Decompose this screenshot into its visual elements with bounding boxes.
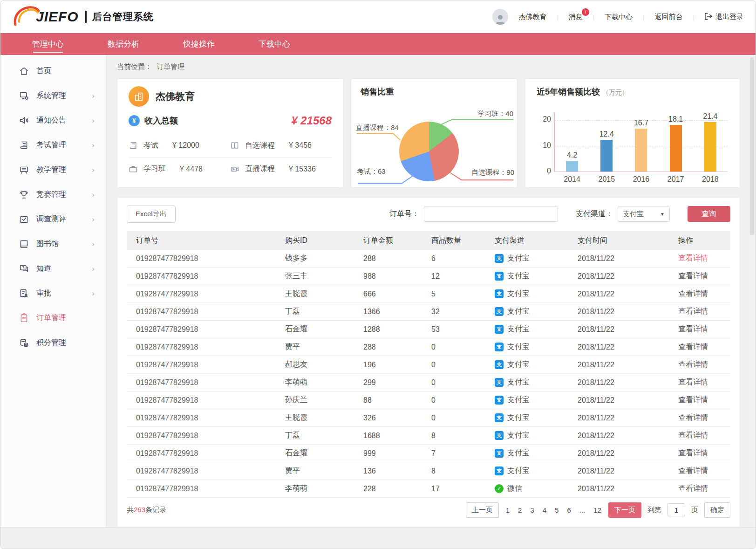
sidebar-item-notice[interactable]: 通知公告 › — [0, 108, 106, 133]
income-item-live: 直播课程 ¥ 15336 — [230, 164, 332, 174]
table-row: 019287477829918丁磊16888支支付宝2018/11/22查看详情 — [127, 427, 730, 445]
sidebar: 首页 系统管理 › 通知公告 › 考试管理 › 教学管理 › — [0, 55, 106, 527]
pay-channel-select[interactable]: 支付宝 ▼ — [618, 206, 670, 222]
bar-category-label: 2016 — [633, 175, 650, 184]
pie-chart — [399, 122, 459, 181]
cell-pay-time: 2018/11/22 — [578, 254, 678, 263]
user-avatar[interactable] — [492, 9, 508, 25]
view-details-link[interactable]: 查看详情 — [678, 325, 708, 333]
video-camera-icon — [230, 165, 239, 174]
cell-action: 查看详情 — [678, 395, 721, 405]
bar-group: 18.12017 — [663, 112, 689, 172]
cell-amount: 326 — [363, 414, 431, 422]
exam-icon — [129, 141, 138, 150]
logout-link[interactable]: 退出登录 — [705, 13, 743, 21]
chevron-right-icon: › — [92, 165, 95, 175]
view-details-link[interactable]: 查看详情 — [678, 378, 708, 386]
goto-page-input[interactable] — [667, 503, 685, 516]
view-details-link[interactable]: 查看详情 — [678, 396, 708, 404]
cell-buyer-id: 李萌萌 — [285, 484, 363, 494]
tab-quick-actions[interactable]: 快捷操作 — [183, 33, 215, 55]
sidebar-item-system[interactable]: 系统管理 › — [0, 83, 106, 108]
confirm-button[interactable]: 确定 — [704, 502, 730, 518]
cell-action: 查看详情 — [678, 271, 721, 281]
cell-action: 查看详情 — [678, 466, 721, 476]
cell-pay-time: 2018/11/22 — [578, 449, 678, 458]
alipay-icon: 支 — [495, 343, 504, 351]
excel-export-button[interactable]: Excel导出 — [127, 206, 176, 223]
tab-data-analysis[interactable]: 数据分析 — [108, 33, 139, 55]
search-button[interactable]: 查询 — [688, 206, 730, 222]
download-center-link[interactable]: 下载中心 — [605, 13, 633, 21]
alipay-icon: 支 — [495, 307, 504, 316]
logo-text: JIEFO — [36, 9, 79, 25]
sidebar-item-points[interactable]: 积分管理 — [0, 330, 106, 355]
header-actions: 杰佛教育 | 消息 7 | 下载中心 | 返回前台 | 退出登录 — [492, 9, 743, 25]
view-details-link[interactable]: 查看详情 — [678, 289, 708, 297]
trophy-icon — [19, 190, 29, 199]
view-details-link[interactable]: 查看详情 — [678, 272, 708, 280]
messages-link[interactable]: 消息 7 — [569, 13, 583, 21]
alipay-icon: 支 — [495, 431, 504, 440]
pay-channel-name: 支付宝 — [507, 377, 530, 387]
cell-pay-time: 2018/11/22 — [578, 432, 678, 440]
page-number[interactable]: 5 — [554, 506, 559, 514]
divider: | — [593, 14, 594, 21]
view-details-link[interactable]: 查看详情 — [678, 431, 708, 439]
view-details-link[interactable]: 查看详情 — [678, 449, 708, 457]
app-window: JIEFO 后台管理系统 杰佛教育 | 消息 7 | 下载中心 | 返回前台 | — [0, 0, 756, 549]
page-number[interactable]: 6 — [566, 506, 572, 514]
cell-pay-time: 2018/11/22 — [578, 414, 678, 422]
user-name[interactable]: 杰佛教育 — [518, 13, 546, 21]
sidebar-item-exam[interactable]: 考试管理 › — [0, 133, 106, 158]
cell-pay-time: 2018/11/22 — [578, 272, 678, 281]
sidebar-item-contest[interactable]: 竞赛管理 › — [0, 182, 106, 207]
page-number[interactable]: 12 — [593, 506, 602, 514]
page-number[interactable]: 2 — [517, 506, 523, 514]
announcement-icon — [19, 116, 29, 125]
view-details-link[interactable]: 查看详情 — [678, 343, 708, 350]
view-details-link[interactable]: 查看详情 — [678, 484, 708, 492]
table-body: 019287477829918钱多多2886支支付宝2018/11/22查看详情… — [127, 250, 730, 498]
bar-value-label: 21.4 — [703, 112, 717, 121]
sidebar-item-home[interactable]: 首页 — [0, 59, 106, 83]
cell-pay-channel: 支支付宝 — [495, 271, 578, 281]
page-numbers: 123456...12 — [505, 506, 602, 514]
cell-buyer-id: 石金耀 — [285, 448, 363, 458]
cell-order-no: 019287477829918 — [136, 308, 285, 316]
table-row: 019287477829918王晓霞3260支支付宝2018/11/22查看详情 — [127, 409, 730, 427]
sidebar-item-library[interactable]: 图书馆 › — [0, 232, 106, 256]
order-no-input[interactable] — [424, 206, 558, 222]
sidebar-item-approval[interactable]: 审批 › — [0, 281, 106, 306]
cell-pay-channel: 支支付宝 — [495, 307, 578, 316]
bar — [566, 161, 578, 172]
scrollbar-thumb[interactable] — [750, 57, 754, 235]
view-details-link[interactable]: 查看详情 — [678, 467, 708, 474]
cell-buyer-id: 王晓霞 — [285, 413, 363, 423]
view-details-link[interactable]: 查看详情 — [678, 413, 708, 421]
tab-management-center[interactable]: 管理中心 — [32, 33, 64, 55]
view-details-link[interactable]: 查看详情 — [678, 360, 708, 368]
scrollbar[interactable] — [749, 57, 754, 524]
prev-page-button[interactable]: 上一页 — [466, 502, 499, 518]
col-amount: 订单金额 — [363, 236, 431, 246]
bar-value-label: 4.2 — [567, 151, 577, 159]
sidebar-item-know[interactable]: 知道 › — [0, 256, 106, 281]
cell-qty: 17 — [431, 485, 495, 493]
page-number[interactable]: 1 — [505, 506, 511, 514]
pay-channel-name: 支付宝 — [507, 324, 530, 334]
page-number[interactable]: 4 — [542, 506, 547, 514]
view-details-link[interactable]: 查看详情 — [678, 254, 708, 262]
sidebar-item-survey[interactable]: 调查测评 › — [0, 207, 106, 232]
pay-channel-name: 支付宝 — [507, 342, 530, 352]
page-number[interactable]: 3 — [529, 506, 535, 514]
next-page-button[interactable]: 下一页 — [608, 502, 641, 518]
bar-group: 21.42018 — [697, 112, 723, 172]
breadcrumb-current: 订单管理 — [157, 62, 184, 71]
sidebar-item-teaching[interactable]: 教学管理 › — [0, 158, 106, 182]
back-to-front-link[interactable]: 返回前台 — [655, 13, 683, 21]
sidebar-item-orders[interactable]: 订单管理 — [0, 306, 106, 330]
tab-download-center[interactable]: 下载中心 — [259, 33, 290, 55]
cell-pay-channel: 支支付宝 — [495, 377, 578, 387]
view-details-link[interactable]: 查看详情 — [678, 307, 708, 315]
